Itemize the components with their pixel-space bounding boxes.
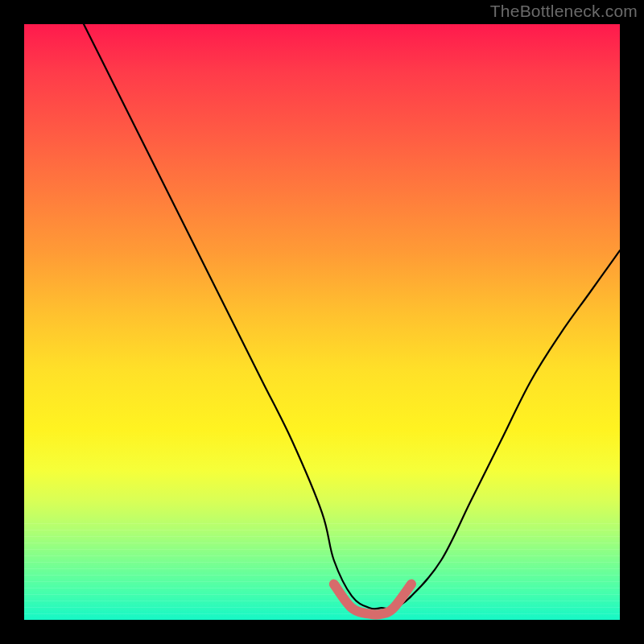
bottleneck-curve-svg xyxy=(24,24,620,620)
optimal-range-path xyxy=(334,584,411,615)
chart-frame: TheBottleneck.com xyxy=(0,0,644,644)
chart-plot-area xyxy=(24,24,620,620)
bottleneck-curve-path xyxy=(84,24,620,609)
watermark-text: TheBottleneck.com xyxy=(490,2,638,21)
